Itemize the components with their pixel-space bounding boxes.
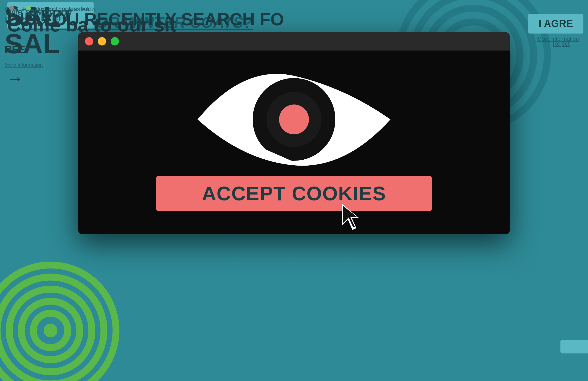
accept-cookies-button[interactable]: ACCEPT COOKIES [156, 176, 432, 211]
close-button[interactable] [85, 37, 93, 45]
come-back-arrow: → [7, 69, 23, 88]
main-browser-window: ACCEPT COOKIES [78, 32, 510, 234]
teal-accent [560, 340, 588, 353]
more-info-link-2[interactable]: More Information [5, 62, 43, 68]
cursor-icon [340, 202, 363, 232]
i-agree-button[interactable]: I AGRE [528, 14, 583, 34]
reject-link[interactable]: Reject [553, 40, 570, 47]
titlebar [78, 32, 510, 50]
browser-content: ACCEPT COOKIES [78, 50, 510, 234]
we-saw-text: We saw on you [9, 7, 72, 17]
svg-point-14 [279, 105, 309, 134]
minimize-button[interactable] [98, 37, 106, 45]
maximize-button[interactable] [111, 37, 119, 45]
eye-illustration [179, 57, 409, 181]
